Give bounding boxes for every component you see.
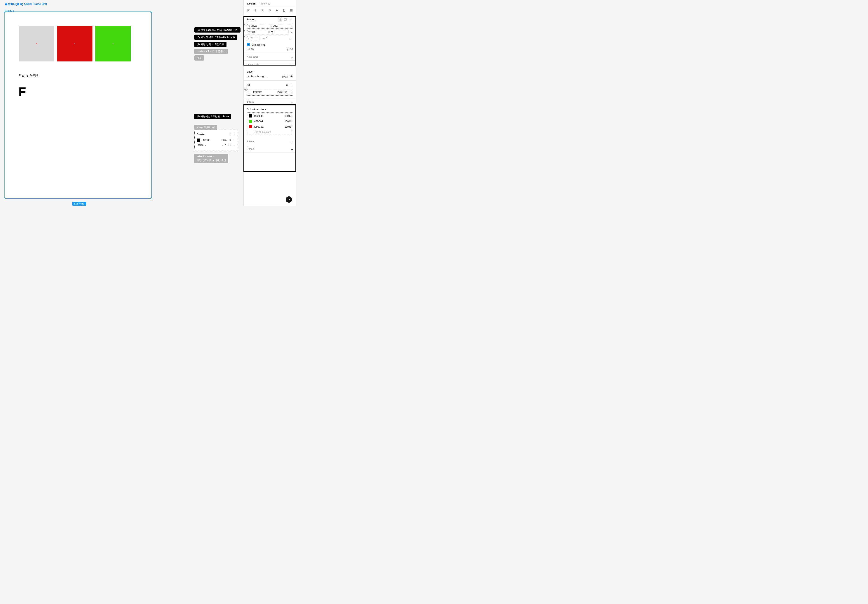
w-input[interactable]: 512 — [251, 31, 255, 34]
rotation-input[interactable]: 0° — [251, 37, 253, 40]
remove-fill-icon[interactable]: − — [290, 90, 291, 94]
sel-swatch[interactable] — [249, 120, 252, 123]
panel-tabs: Design Prototype — [244, 0, 296, 7]
size-badge: 512 × 651 — [72, 202, 86, 206]
resize-handle-br[interactable] — [150, 198, 152, 199]
sel-pct: 100% — [285, 115, 291, 117]
tab-design[interactable]: Design — [247, 2, 256, 5]
add-auto-layout-icon[interactable]: + — [291, 55, 293, 59]
center-dot — [74, 43, 75, 44]
stroke-hex[interactable]: 000000 — [202, 139, 210, 141]
frame-title[interactable]: Frame ⌄ — [247, 18, 257, 21]
angle-icon: ⟀ — [248, 37, 250, 40]
add-stroke-icon[interactable]: + — [233, 132, 235, 136]
add-effect-icon[interactable]: + — [291, 140, 293, 144]
add-fill-icon[interactable]: + — [291, 83, 293, 87]
effects-section[interactable]: Effects + — [244, 138, 296, 145]
sel-pct: 100% — [285, 125, 291, 128]
radius-input[interactable]: 0 — [266, 37, 267, 40]
stroke-side-icon[interactable]: ⬚ — [228, 144, 231, 146]
annotation-fill: (4) 배경색상 / 투명도 / visible — [194, 114, 231, 119]
align-left-icon[interactable] — [247, 9, 250, 13]
h-input[interactable]: 651 — [271, 31, 274, 34]
tab-prototype[interactable]: Prototype — [260, 2, 270, 5]
eye-icon[interactable]: 👁 — [290, 75, 293, 78]
fill-opacity[interactable]: 100% — [277, 91, 283, 94]
constrain-icon[interactable]: ⟲ — [291, 31, 293, 34]
distribute-icon[interactable] — [290, 9, 293, 13]
shortcut-label: Frame 단축키 — [19, 73, 40, 78]
sel-hex[interactable]: D80E0E — [254, 125, 264, 128]
fill-hex[interactable]: FFFFFF — [253, 91, 262, 94]
see-all-colors[interactable]: See all 5 colors — [249, 131, 291, 133]
eye-icon[interactable]: 👁 — [229, 138, 232, 142]
resize-handle-bl[interactable] — [4, 198, 5, 199]
align-right-icon[interactable] — [261, 9, 264, 13]
stroke-opacity[interactable]: 100% — [220, 139, 227, 141]
badge-1: 1 — [244, 23, 248, 26]
style-icon[interactable]: ⠿ — [228, 132, 231, 136]
annotation-stroke: stroke 테두리 선 — [194, 125, 217, 130]
auto-layout-section[interactable]: Auto layout + — [244, 53, 296, 60]
frame-section: Frame ⌄ ⤢ 1 X-3748 Y-224 2 W512 H651 — [244, 15, 296, 53]
add-layout-grid-icon[interactable]: + — [291, 63, 293, 67]
stroke-width[interactable]: 1 — [225, 144, 226, 146]
layer-opacity[interactable]: 100% — [282, 75, 288, 78]
rect-green[interactable] — [95, 26, 131, 62]
radius-detail-icon[interactable]: ⬚ — [289, 37, 291, 40]
clip-content-label: Clip content — [251, 43, 265, 46]
align-top-icon[interactable] — [268, 9, 271, 13]
svg-rect-1 — [284, 19, 287, 20]
export-section[interactable]: Export + — [244, 145, 296, 153]
portrait-icon[interactable] — [277, 17, 282, 22]
h-spacing[interactable]: 10 — [247, 48, 254, 51]
clip-content-checkbox[interactable] — [247, 43, 250, 46]
fit-icon[interactable]: ⤢ — [288, 17, 293, 22]
annotation-spacing: 간격 — [194, 55, 204, 60]
fill-swatch[interactable] — [248, 91, 251, 94]
page-title: 활성화된(클릭) 상태의 Frame 영역 — [5, 2, 47, 6]
annotation-rotation: (3) 해당 영역의 회전각도 — [194, 42, 226, 47]
v-spacing[interactable]: 35 — [286, 48, 293, 51]
rect-red[interactable] — [57, 26, 93, 62]
sel-swatch[interactable] — [249, 125, 252, 129]
align-hcenter-icon[interactable] — [254, 9, 257, 13]
add-export-icon[interactable]: + — [291, 147, 293, 152]
stroke-weight-icon: ≡ — [222, 144, 223, 146]
stroke-position[interactable]: Inside ⌄ — [197, 144, 206, 146]
more-icon[interactable]: ⋯ — [232, 144, 235, 146]
resize-handle-tr[interactable] — [150, 11, 152, 12]
blend-icon: ◇ — [247, 75, 249, 78]
center-dot — [36, 43, 37, 44]
eye-icon[interactable]: 👁 — [285, 91, 288, 94]
layer-section: Layer ◇ Pass through ⌄ 100% 👁 — [244, 68, 296, 81]
sel-hex[interactable]: 000000 — [254, 115, 263, 117]
align-bar — [244, 7, 296, 15]
layout-grid-section[interactable]: Layout grid + — [244, 60, 296, 68]
sel-swatch[interactable] — [249, 115, 252, 118]
style-icon[interactable]: ⠿ — [286, 83, 288, 87]
resize-handle-tl[interactable] — [4, 11, 5, 12]
badge-2: 2 — [244, 29, 248, 32]
remove-stroke-icon[interactable]: − — [234, 139, 235, 141]
add-stroke-icon[interactable]: + — [291, 100, 293, 104]
align-bottom-icon[interactable] — [282, 9, 286, 13]
center-dot — [113, 43, 113, 44]
selection-colors-section: Selection colors 000000100% 43D80E100% D… — [244, 105, 296, 138]
rect-gray[interactable] — [19, 26, 54, 62]
y-input[interactable]: -224 — [273, 25, 277, 28]
align-vcenter-icon[interactable] — [276, 9, 279, 13]
big-letter-f: F — [19, 85, 26, 99]
stroke-swatch[interactable] — [197, 138, 200, 142]
stroke-title: Stroke — [197, 133, 205, 136]
blend-mode[interactable]: Pass through ⌄ — [250, 75, 268, 78]
stroke-section[interactable]: Stroke + — [244, 98, 296, 105]
help-button[interactable]: ? — [286, 197, 292, 203]
sel-hex[interactable]: 43D80E — [254, 120, 264, 123]
x-input[interactable]: -3748 — [251, 25, 257, 28]
fill-section: Fill ⠿ + 4 FFFFFF 100% 👁 − — [244, 81, 296, 98]
svg-rect-0 — [279, 18, 281, 21]
selected-frame[interactable]: Frame 단축키 F — [4, 11, 152, 198]
landscape-icon[interactable] — [283, 17, 288, 22]
stroke-editor-box: Stroke ⠿ + 000000 100% 👁 − Inside ⌄ ≡ 1 … — [194, 130, 237, 150]
